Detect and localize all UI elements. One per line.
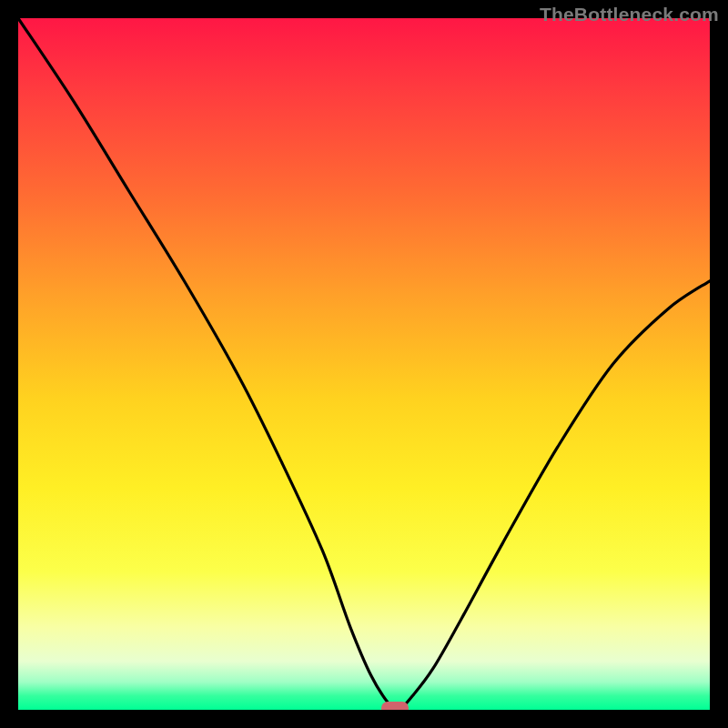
optimal-marker	[381, 702, 409, 710]
chart-frame: TheBottleneck.com	[0, 0, 728, 728]
plot-area	[18, 18, 710, 710]
watermark-text: TheBottleneck.com	[540, 4, 719, 25]
curve-svg	[18, 18, 710, 710]
bottleneck-curve-path	[18, 18, 710, 710]
